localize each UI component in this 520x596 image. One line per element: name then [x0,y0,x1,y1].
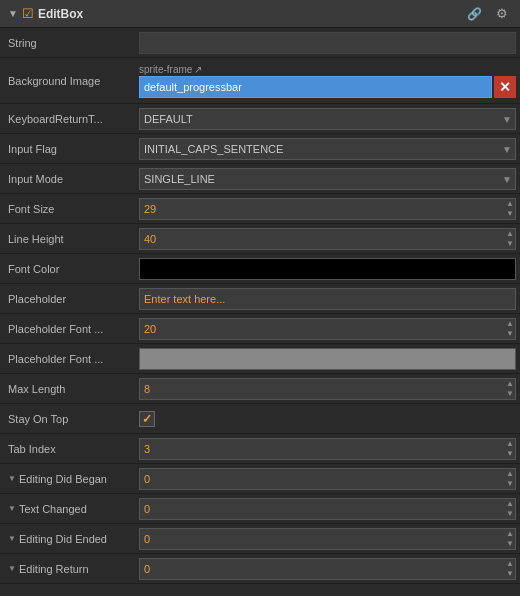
placeholder-input[interactable] [139,288,516,310]
tab-index-value: ▲ ▼ [139,438,516,460]
editing-did-ended-value: ▲ ▼ [139,528,516,550]
string-input[interactable] [139,32,516,54]
editing-return-triangle-icon[interactable]: ▼ [8,564,16,573]
placeholder-font-size-input[interactable] [139,318,516,340]
font-size-value: ▲ ▼ [139,198,516,220]
placeholder-row: Placeholder [0,284,520,314]
input-mode-dropdown[interactable]: SINGLE_LINE [139,168,516,190]
editing-return-label: ▼ Editing Return [4,563,139,575]
max-length-down-button[interactable]: ▼ [506,389,514,399]
gear-button[interactable]: ⚙ [492,4,512,23]
panel-checkbox[interactable]: ☑ [22,6,34,21]
tab-index-row: Tab Index ▲ ▼ [0,434,520,464]
bg-image-input[interactable] [139,76,492,98]
background-image-label: Background Image [4,75,139,87]
editing-did-ended-wrapper: ▲ ▼ [139,528,516,550]
stay-on-top-label: Stay On Top [4,413,139,425]
editing-return-input[interactable] [139,558,516,580]
placeholder-value [139,288,516,310]
tab-index-down-button[interactable]: ▼ [506,449,514,459]
editing-did-ended-up-button[interactable]: ▲ [506,529,514,539]
max-length-row: Max Length ▲ ▼ [0,374,520,404]
max-length-up-button[interactable]: ▲ [506,379,514,389]
editing-did-ended-label: ▼ Editing Did Ended [4,533,139,545]
input-mode-value: SINGLE_LINE ▼ [139,168,516,190]
checkmark-icon: ✓ [142,412,152,426]
editing-did-began-down-button[interactable]: ▼ [506,479,514,489]
editing-return-arrows: ▲ ▼ [506,558,514,580]
text-changed-triangle-icon[interactable]: ▼ [8,504,16,513]
tab-index-input[interactable] [139,438,516,460]
keyboard-return-value: DEFAULT ▼ [139,108,516,130]
editing-return-row: ▼ Editing Return ▲ ▼ [0,554,520,584]
editing-did-ended-input[interactable] [139,528,516,550]
placeholder-font-color-label: Placeholder Font ... [4,353,139,365]
text-changed-label: ▼ Text Changed [4,503,139,515]
text-changed-down-button[interactable]: ▼ [506,509,514,519]
text-changed-up-button[interactable]: ▲ [506,499,514,509]
stay-on-top-checkbox[interactable]: ✓ [139,411,155,427]
font-size-row: Font Size ▲ ▼ [0,194,520,224]
placeholder-font-size-label: Placeholder Font ... [4,323,139,335]
bg-image-clear-button[interactable]: ✕ [494,76,516,98]
editing-did-began-value: ▲ ▼ [139,468,516,490]
panel-header: ▼ ☑ EditBox 🔗 ⚙ [0,0,520,28]
tab-index-input-wrapper: ▲ ▼ [139,438,516,460]
text-changed-text: Text Changed [19,503,87,515]
placeholder-font-size-row: Placeholder Font ... ▲ ▼ [0,314,520,344]
line-height-value: ▲ ▼ [139,228,516,250]
font-size-up-button[interactable]: ▲ [506,199,514,209]
panel-title: EditBox [38,7,83,21]
font-size-down-button[interactable]: ▼ [506,209,514,219]
max-length-label: Max Length [4,383,139,395]
string-value [139,32,516,54]
editing-did-began-input[interactable] [139,468,516,490]
line-height-up-button[interactable]: ▲ [506,229,514,239]
editing-did-began-row: ▼ Editing Did Began ▲ ▼ [0,464,520,494]
editing-did-ended-triangle-icon[interactable]: ▼ [8,534,16,543]
font-size-input-wrapper: ▲ ▼ [139,198,516,220]
editing-return-up-button[interactable]: ▲ [506,559,514,569]
collapse-arrow-icon[interactable]: ▼ [8,8,18,19]
input-flag-dropdown-wrapper: INITIAL_CAPS_SENTENCE ▼ [139,138,516,160]
editbox-panel: ▼ ☑ EditBox 🔗 ⚙ String Background Image … [0,0,520,584]
editing-did-began-text: Editing Did Began [19,473,107,485]
line-height-input-wrapper: ▲ ▼ [139,228,516,250]
text-changed-input[interactable] [139,498,516,520]
tab-index-arrows: ▲ ▼ [506,438,514,460]
font-size-label: Font Size [4,203,139,215]
line-height-down-button[interactable]: ▼ [506,239,514,249]
placeholder-font-size-arrows: ▲ ▼ [506,318,514,340]
input-flag-dropdown[interactable]: INITIAL_CAPS_SENTENCE [139,138,516,160]
line-height-row: Line Height ▲ ▼ [0,224,520,254]
font-size-input[interactable] [139,198,516,220]
line-height-input[interactable] [139,228,516,250]
input-mode-row: Input Mode SINGLE_LINE ▼ [0,164,520,194]
keyboard-return-dropdown-wrapper: DEFAULT ▼ [139,108,516,130]
keyboard-return-dropdown[interactable]: DEFAULT [139,108,516,130]
placeholder-font-size-down-button[interactable]: ▼ [506,329,514,339]
placeholder-font-size-wrapper: ▲ ▼ [139,318,516,340]
editing-did-began-up-button[interactable]: ▲ [506,469,514,479]
keyboard-return-label: KeyboardReturnT... [4,113,139,125]
text-changed-arrows: ▲ ▼ [506,498,514,520]
header-icons-right: 🔗 ⚙ [463,4,512,23]
input-flag-label: Input Flag [4,143,139,155]
pin-button[interactable]: 🔗 [463,5,486,23]
max-length-input[interactable] [139,378,516,400]
panel-header-left: ▼ ☑ EditBox [8,6,463,21]
max-length-input-wrapper: ▲ ▼ [139,378,516,400]
placeholder-font-size-up-button[interactable]: ▲ [506,319,514,329]
editing-did-ended-down-button[interactable]: ▼ [506,539,514,549]
font-color-swatch[interactable] [139,258,516,280]
editing-return-down-button[interactable]: ▼ [506,569,514,579]
string-row: String [0,28,520,58]
editing-did-ended-text: Editing Did Ended [19,533,107,545]
tab-index-up-button[interactable]: ▲ [506,439,514,449]
text-changed-value: ▲ ▼ [139,498,516,520]
placeholder-font-color-swatch[interactable] [139,348,516,370]
line-height-arrows: ▲ ▼ [506,228,514,250]
input-flag-row: Input Flag INITIAL_CAPS_SENTENCE ▼ [0,134,520,164]
editing-did-began-triangle-icon[interactable]: ▼ [8,474,16,483]
sprite-frame-text: sprite-frame [139,64,192,75]
